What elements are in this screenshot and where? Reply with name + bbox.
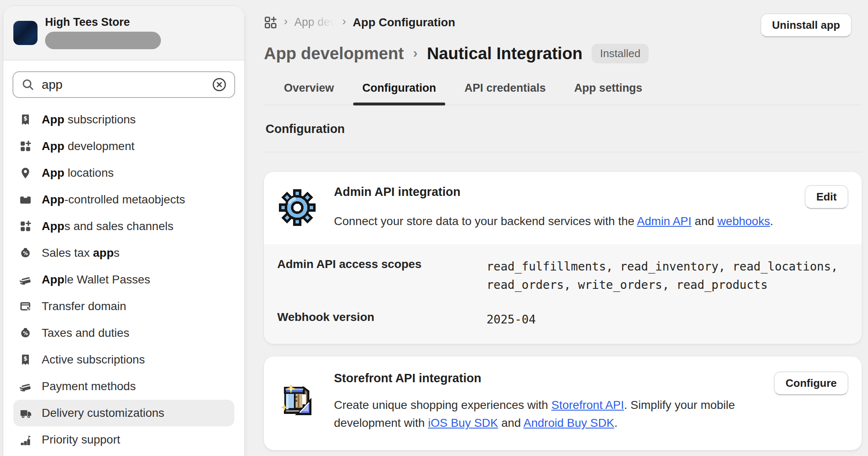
divider (264, 152, 862, 153)
search-sidebar: High Tees Store $ App subscripti (3, 6, 244, 456)
tab-app-settings[interactable]: App settings (562, 78, 654, 105)
store-name: High Tees Store (45, 16, 161, 29)
ios-buy-sdk-link[interactable]: iOS Buy SDK (428, 416, 498, 429)
sidebar-item-sales-tax-apps[interactable]: % Sales tax apps (13, 240, 234, 266)
tab-configuration[interactable]: Configuration (351, 78, 448, 105)
svg-text:%: % (23, 331, 28, 336)
admin-api-card: Admin API integration Connect your store… (264, 172, 862, 344)
chevron-right-icon: › (404, 45, 427, 63)
breadcrumb-parent[interactable]: App dev (294, 16, 336, 29)
money-bag-percent-icon: % (19, 247, 32, 259)
apps-grid-icon (19, 140, 32, 153)
card-hand-icon (19, 273, 32, 286)
configure-button[interactable]: Configure (774, 371, 848, 395)
store-domain-redacted (45, 32, 161, 49)
admin-api-link[interactable]: Admin API (637, 215, 692, 228)
storefront-api-card: Storefront API integration Create unique… (264, 356, 862, 451)
webhook-version-value: 2025-04 (487, 311, 536, 328)
sidebar-item-delivery-customizations[interactable]: Delivery customizations (13, 400, 234, 426)
installed-status-badge: Installed (592, 44, 649, 63)
access-scopes-label: Admin API access scopes (277, 258, 487, 271)
svg-text:$: $ (23, 115, 27, 122)
admin-card-details: Admin API access scopes read_fulfillment… (264, 244, 862, 343)
sidebar-item-app-controlled-metaobjects[interactable]: App-controlled metaobjects (13, 186, 234, 213)
gear-pixel-icon (277, 188, 317, 228)
tab-overview[interactable]: Overview (272, 78, 346, 105)
sidebar-item-active-subscriptions[interactable]: $ Active subscriptions (13, 346, 234, 373)
storefront-card-description: Create unique shopping experiences with … (334, 396, 751, 432)
edit-button[interactable]: Edit (805, 185, 848, 209)
webhook-version-row: Webhook version 2025-04 (277, 311, 848, 328)
admin-card-description: Connect your store data to your backend … (334, 212, 788, 230)
receipt-dollar-icon: $ (19, 353, 32, 366)
storefront-card-title: Storefront API integration (334, 371, 757, 385)
admin-card-title: Admin API integration (334, 185, 788, 199)
breadcrumb-current: App Configuration (353, 16, 455, 29)
metaobject-icon (19, 193, 32, 206)
chevron-right-icon: › (342, 15, 346, 30)
receipt-dollar-icon: $ (19, 113, 32, 126)
android-buy-sdk-link[interactable]: Android Buy SDK (523, 416, 614, 429)
store-header: High Tees Store (3, 6, 244, 60)
page-parent-link[interactable]: App development (264, 44, 404, 63)
clear-search-button[interactable] (212, 77, 227, 92)
search-results-list: $ App subscriptions App development App … (3, 104, 244, 453)
sidebar-item-priority-support[interactable]: Priority support (13, 426, 234, 453)
svg-text:%: % (23, 251, 28, 256)
money-bag-percent-icon: % (19, 327, 32, 339)
access-scopes-row: Admin API access scopes read_fulfillment… (277, 258, 848, 294)
section-title: Configuration (266, 122, 862, 136)
sidebar-item-app-subscriptions[interactable]: $ App subscriptions (13, 106, 234, 133)
sidebar-item-app-locations[interactable]: App locations (13, 160, 234, 186)
breadcrumb: › App dev › App Configuration (264, 13, 455, 30)
delivery-truck-icon (19, 407, 32, 419)
sidebar-item-payment-methods[interactable]: Payment methods (13, 373, 234, 400)
access-scopes-value: read_fulfillments, read_inventory, read_… (487, 258, 848, 294)
podium-flag-icon (19, 433, 32, 446)
sidebar-item-apple-wallet-passes[interactable]: Apple Wallet Passes (13, 266, 234, 293)
location-pin-icon (19, 167, 32, 179)
search-box (13, 71, 235, 98)
chevron-right-icon: › (284, 15, 288, 30)
search-icon (21, 78, 35, 92)
webhook-version-label: Webhook version (277, 311, 487, 324)
apps-grid-icon (264, 16, 277, 29)
uninstall-app-button[interactable]: Uninstall app (760, 13, 852, 37)
store-logo (13, 21, 38, 45)
tab-bar: Overview Configuration API credentials A… (264, 78, 862, 105)
search-input[interactable] (42, 78, 205, 92)
storefront-pixel-icon (277, 381, 317, 421)
sidebar-item-taxes-and-duties[interactable]: % Taxes and duties (13, 320, 234, 346)
apps-grid-icon (19, 220, 32, 233)
storefront-api-link[interactable]: Storefront API (551, 398, 624, 411)
card-hand-icon (19, 380, 32, 393)
main-content: › App dev › App Configuration Uninstall … (244, 0, 868, 456)
domain-cursor-icon (19, 300, 32, 313)
sidebar-item-apps-and-sales-channels[interactable]: Apps and sales channels (13, 213, 234, 240)
tab-api-credentials[interactable]: API credentials (453, 78, 557, 105)
sidebar-item-transfer-domain[interactable]: Transfer domain (13, 293, 234, 320)
page-title: Nautical Integration (427, 44, 582, 63)
svg-text:$: $ (23, 355, 27, 362)
webhooks-link[interactable]: webhooks (717, 215, 770, 228)
sidebar-item-app-development[interactable]: App development (13, 133, 234, 160)
